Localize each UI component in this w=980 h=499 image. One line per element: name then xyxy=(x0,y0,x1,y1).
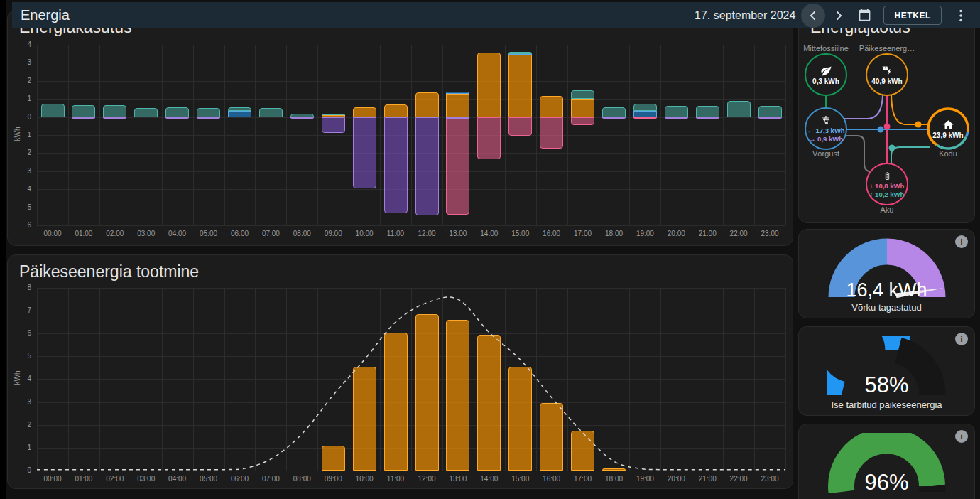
bar-segment[interactable] xyxy=(353,367,376,471)
info-icon[interactable]: i xyxy=(955,430,968,443)
info-icon[interactable]: i xyxy=(955,235,968,248)
bar-segment[interactable] xyxy=(508,54,532,55)
bar-segment[interactable] xyxy=(72,105,95,117)
bar-segment[interactable] xyxy=(508,117,532,136)
bar-segment[interactable] xyxy=(758,117,782,119)
bar-segment[interactable] xyxy=(758,106,782,117)
date-label: 17. september 2024 xyxy=(695,9,795,22)
battery-icon xyxy=(882,171,893,181)
grid-line-v xyxy=(37,288,38,471)
x-tick-label: 10:00 xyxy=(350,475,379,483)
grid-line-v xyxy=(68,45,69,225)
bar-segment[interactable] xyxy=(384,333,408,471)
node-value-battery-discharge: ↑ 10,2 kWh xyxy=(870,191,905,198)
bar-segment[interactable] xyxy=(165,117,189,119)
bar-segment[interactable] xyxy=(602,107,626,117)
bar-segment[interactable] xyxy=(540,96,563,117)
bar-segment[interactable] xyxy=(322,117,345,134)
grid-line-v xyxy=(317,45,318,225)
bar-segment[interactable] xyxy=(446,119,469,215)
bar-segment[interactable] xyxy=(415,117,439,215)
x-tick-label: 23:00 xyxy=(756,230,784,237)
bar-segment[interactable] xyxy=(727,101,751,117)
flow-line-solar-to-home xyxy=(891,93,927,124)
date-picker-button[interactable] xyxy=(852,4,876,28)
bar-segment[interactable] xyxy=(322,114,345,115)
bar-segment[interactable] xyxy=(353,117,376,188)
bar-segment[interactable] xyxy=(259,108,283,117)
bar-segment[interactable] xyxy=(665,117,688,119)
bar-segment[interactable] xyxy=(446,320,469,471)
bar-segment[interactable] xyxy=(602,117,626,119)
bar-segment[interactable] xyxy=(228,107,251,110)
bar-segment[interactable] xyxy=(477,53,501,117)
x-tick-label: 15:00 xyxy=(506,230,535,237)
bar-segment[interactable] xyxy=(41,104,65,117)
bar-segment[interactable] xyxy=(290,117,314,119)
bar-segment[interactable] xyxy=(384,104,408,117)
bar-segment[interactable] xyxy=(415,314,439,471)
grid-line-v xyxy=(131,288,131,471)
next-day-button[interactable] xyxy=(827,4,851,28)
y-tick-label: 6 xyxy=(13,221,31,229)
grid-line-h xyxy=(37,471,785,471)
bar-segment[interactable] xyxy=(571,117,594,125)
bar-segment[interactable] xyxy=(665,106,688,117)
x-tick-label: 16:00 xyxy=(538,475,566,483)
bar-segment[interactable] xyxy=(633,111,657,117)
bar-segment[interactable] xyxy=(696,117,719,119)
bar-segment[interactable] xyxy=(103,117,126,119)
bar-segment[interactable] xyxy=(540,117,563,149)
bar-segment[interactable] xyxy=(540,403,563,471)
bar-segment[interactable] xyxy=(477,335,501,471)
grid-line-v xyxy=(380,288,381,471)
y-tick-label: 0 xyxy=(13,113,31,121)
grid-line-v xyxy=(131,45,131,225)
x-tick-label: 07:00 xyxy=(256,230,285,237)
gauge-value: 58% xyxy=(799,372,974,398)
bar-segment[interactable] xyxy=(633,104,657,111)
menu-button[interactable] xyxy=(949,4,973,28)
bar-segment[interactable] xyxy=(602,468,626,471)
bar-segment[interactable] xyxy=(633,117,657,119)
x-tick-label: 20:00 xyxy=(662,475,690,483)
bar-segment[interactable] xyxy=(197,117,220,119)
bar-segment[interactable] xyxy=(103,105,126,117)
bar-segment[interactable] xyxy=(353,107,376,117)
grid-line-v xyxy=(99,288,100,471)
bar-segment[interactable] xyxy=(290,114,314,117)
flow-line-solar-to-grid xyxy=(844,93,883,119)
bar-segment[interactable] xyxy=(571,431,594,471)
bar-segment[interactable] xyxy=(508,52,532,54)
bar-segment[interactable] xyxy=(197,108,220,117)
bar-segment[interactable] xyxy=(384,117,408,214)
bar-segment[interactable] xyxy=(228,111,251,117)
chevron-left-icon xyxy=(805,8,821,23)
bar-segment[interactable] xyxy=(446,92,469,94)
grid-line-v xyxy=(660,288,661,471)
y-tick-label: 2 xyxy=(13,77,31,85)
grid-line-v xyxy=(193,288,194,471)
x-tick-label: 02:00 xyxy=(101,475,129,483)
bar-segment[interactable] xyxy=(446,94,469,117)
bar-segment[interactable] xyxy=(696,106,719,117)
x-tick-label: 22:00 xyxy=(724,230,753,237)
bar-segment[interactable] xyxy=(72,117,95,119)
info-icon[interactable]: i xyxy=(955,333,968,345)
x-tick-label: 09:00 xyxy=(319,230,347,237)
bar-segment[interactable] xyxy=(165,107,189,117)
now-button[interactable]: HETKEL xyxy=(883,6,942,25)
bar-segment[interactable] xyxy=(571,99,594,117)
x-tick-label: 01:00 xyxy=(70,475,98,483)
grid-line-v xyxy=(224,45,225,225)
bar-segment[interactable] xyxy=(571,90,594,100)
bar-segment[interactable] xyxy=(322,446,345,471)
leaf-icon xyxy=(820,65,832,77)
bar-segment[interactable] xyxy=(134,108,158,117)
bar-segment[interactable] xyxy=(477,117,501,160)
bar-segment[interactable] xyxy=(508,367,532,471)
prev-day-button[interactable] xyxy=(801,4,825,28)
bar-segment[interactable] xyxy=(508,55,532,117)
x-tick-label: 05:00 xyxy=(195,475,223,483)
bar-segment[interactable] xyxy=(415,92,439,117)
